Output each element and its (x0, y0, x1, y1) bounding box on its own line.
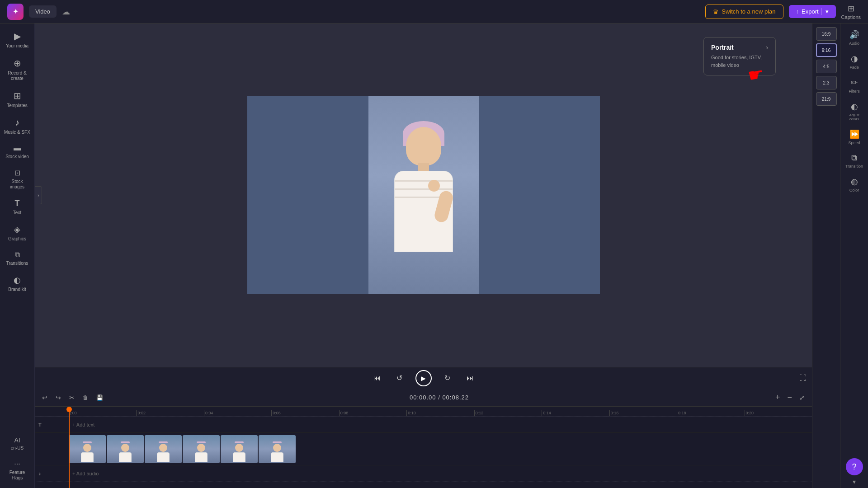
sidebar-item-your-media[interactable]: ▶ Your media (2, 27, 33, 52)
person-hand (428, 180, 440, 192)
video-thumbnail[interactable] (259, 435, 296, 463)
sidebar-item-label: Your media (6, 43, 28, 49)
fade-tool-icon: ◑ (851, 54, 858, 64)
tool-label: Color (849, 188, 859, 192)
video-thumbnail[interactable] (145, 435, 182, 463)
tool-label: Transition (845, 164, 863, 169)
help-button[interactable]: ? (846, 458, 863, 475)
rewind-button[interactable]: ↺ (393, 371, 406, 385)
tool-label: Filters (849, 89, 860, 94)
add-text-button[interactable]: + Add text (69, 421, 98, 428)
right-panel: 16:9 9:16 4:5 2:3 21:9 🔊 Audio ◑ Fade ✏ (812, 23, 868, 488)
video-thumbnail[interactable] (107, 435, 144, 463)
export-chevron-icon[interactable]: ▾ (821, 8, 829, 15)
save-button[interactable]: 💾 (94, 393, 105, 403)
left-sidebar: ▶ Your media ⊕ Record &create ⊞ Template… (0, 23, 35, 488)
ruler-mark: 0:04 (204, 410, 271, 416)
export-icon: ↑ (796, 8, 799, 15)
tool-transition[interactable]: ⧉ Transition (842, 150, 867, 172)
video-thumbnail[interactable] (69, 435, 106, 463)
portrait-tooltip-description: Good for stories, IGTV, mobile video (711, 54, 768, 69)
sidebar-item-templates[interactable]: ⊞ Templates (2, 87, 33, 112)
sidebar-item-feature-flags[interactable]: ··· Feature Flags (2, 456, 33, 484)
sidebar-item-brand-kit[interactable]: ◐ Brand kit (2, 272, 33, 296)
portrait-preview (368, 96, 479, 294)
video-tab[interactable]: Video (29, 5, 57, 18)
play-button[interactable]: ▶ (415, 370, 432, 386)
undo-button[interactable]: ↩ (40, 392, 49, 403)
cut-button[interactable]: ✂ (67, 392, 76, 403)
music-sfx-icon: ♪ (15, 117, 19, 128)
sidebar-item-transitions[interactable]: ⧉ Transitions (2, 247, 33, 270)
zoom-out-button[interactable]: − (785, 391, 794, 404)
tool-filters[interactable]: ✏ Filters (842, 74, 867, 97)
export-button[interactable]: ↑ Export ▾ (789, 5, 836, 18)
ruler-mark: 0:02 (136, 410, 203, 416)
video-track-label (35, 433, 69, 465)
sidebar-item-stock-images[interactable]: ⊡ Stock images (2, 165, 33, 193)
tool-speed[interactable]: ⏩ Speed (842, 126, 867, 149)
video-canvas (247, 96, 600, 294)
sidebar-item-stock-video[interactable]: ▬ Stock video (2, 141, 33, 163)
ruler-mark: 0:08 (339, 410, 406, 416)
video-left-background (247, 96, 368, 294)
tool-fade[interactable]: ◑ Fade (842, 50, 867, 73)
ruler-mark: |:00 (69, 410, 136, 416)
zoom-in-button[interactable]: + (774, 391, 782, 404)
captions-button[interactable]: ⊞ Captions (841, 4, 861, 20)
audio-track-content: + Add audio (69, 465, 812, 481)
video-thumbnail[interactable] (183, 435, 220, 463)
sidebar-item-label: en-US (11, 446, 24, 451)
ruler-mark: 0:14 (542, 410, 609, 416)
captions-icon: ⊞ (848, 4, 854, 14)
sidebar-item-language[interactable]: AI en-US (2, 433, 33, 455)
sidebar-item-graphics[interactable]: ◈ Graphics (2, 221, 33, 245)
sidebar-item-music-sfx[interactable]: ♪ Music & SFX (2, 114, 33, 139)
aspect-ratio-4-5-button[interactable]: 4:5 (816, 60, 837, 73)
transition-tool-icon: ⧉ (851, 153, 857, 163)
sidebar-item-label: Graphics (8, 236, 26, 242)
aspect-ratio-21-9-button[interactable]: 21:9 (816, 92, 837, 106)
switch-plan-button[interactable]: ♛ Switch to a new plan (705, 5, 783, 19)
tool-label: Audio (849, 41, 859, 46)
adjust-colors-tool-icon: ◐ (851, 102, 858, 112)
redo-button[interactable]: ↪ (54, 392, 63, 403)
ruler-marks: |:00 0:02 0:04 0:06 0:08 0:10 0:12 0:14 … (69, 410, 812, 416)
expand-timeline-button[interactable]: ⤢ (797, 392, 807, 403)
stock-video-icon: ▬ (14, 144, 21, 152)
ruler-mark: 0:18 (677, 410, 744, 416)
ruler-mark: 0:10 (406, 410, 474, 416)
video-thumbnail[interactable] (221, 435, 258, 463)
cloud-icon[interactable]: ☁ (62, 7, 70, 17)
audio-track-label: ♪ (35, 471, 69, 476)
chevron-down-button[interactable]: ▾ (853, 478, 856, 485)
sidebar-item-label: Templates (7, 103, 28, 108)
timeline-toolbar: ↩ ↪ ✂ 🗑 💾 00:00.00 / 00:08.22 + − ⤢ (35, 389, 812, 407)
fast-forward-button[interactable]: ↻ (441, 371, 454, 385)
tool-color[interactable]: ◍ Color (842, 173, 867, 196)
sidebar-item-label: Feature Flags (4, 470, 31, 481)
add-audio-button[interactable]: + Add audio (69, 470, 102, 477)
transitions-icon: ⧉ (15, 251, 20, 259)
aspect-ratio-9-16-button[interactable]: 9:16 (816, 43, 837, 57)
portrait-tooltip-title: Portrait (711, 44, 734, 51)
tool-adjust-colors[interactable]: ◐ Adjustcolors (842, 98, 867, 125)
preview-area: › (35, 23, 812, 367)
feature-flags-icon: ··· (14, 460, 20, 468)
portrait-tooltip-close[interactable]: › (766, 44, 768, 51)
fullscreen-button[interactable]: ⛶ (799, 374, 807, 382)
collapse-sidebar-button[interactable]: › (35, 186, 42, 204)
aspect-ratio-16-9-button[interactable]: 16:9 (816, 27, 837, 41)
skip-forward-button[interactable]: ⏭ (463, 371, 477, 385)
audio-tool-icon: 🔊 (849, 30, 859, 40)
app-logo: ✦ (7, 4, 24, 20)
tool-audio[interactable]: 🔊 Audio (842, 26, 867, 49)
aspect-ratio-2-3-button[interactable]: 2:3 (816, 76, 837, 89)
playback-controls: ⏮ ↺ ▶ ↻ ⏭ ⛶ (35, 367, 812, 389)
skip-back-button[interactable]: ⏮ (370, 371, 384, 385)
video-track-row (35, 433, 812, 465)
sidebar-item-record-create[interactable]: ⊕ Record &create (2, 54, 33, 85)
delete-button[interactable]: 🗑 (81, 393, 90, 403)
record-create-icon: ⊕ (14, 58, 21, 69)
sidebar-item-text[interactable]: T Text (2, 195, 33, 219)
